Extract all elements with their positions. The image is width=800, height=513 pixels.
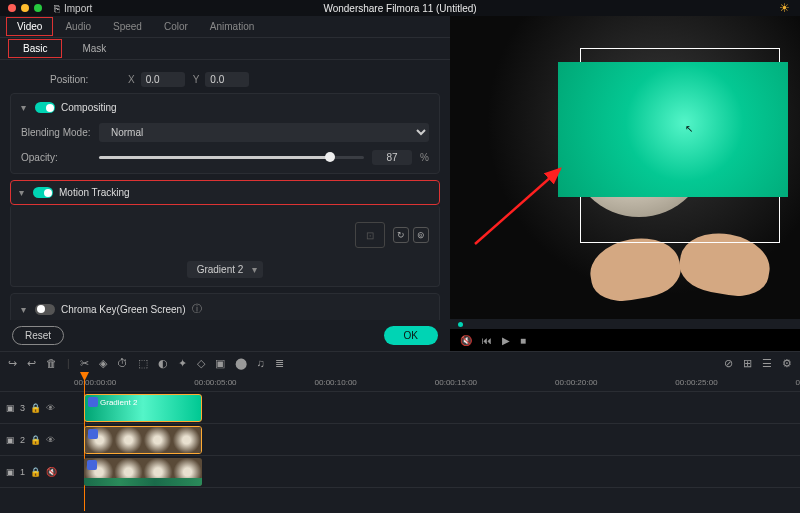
chevron-down-icon[interactable]: ▾ xyxy=(19,187,27,198)
app-title: Wondershare Filmora 11 (Untitled) xyxy=(323,3,476,14)
track-number: 2 xyxy=(20,435,25,445)
motion-tracking-toggle[interactable] xyxy=(33,187,53,198)
minimize-window-icon[interactable] xyxy=(21,4,29,12)
audio-icon[interactable]: ♫ xyxy=(257,357,265,369)
opacity-label: Opacity: xyxy=(21,152,91,163)
preview-viewport[interactable]: ↖ xyxy=(450,16,800,319)
info-icon[interactable]: ⓘ xyxy=(192,302,202,316)
track-target-box[interactable]: ⊡ xyxy=(355,222,385,248)
lock-icon[interactable]: 🔒 xyxy=(30,435,41,445)
y-label: Y xyxy=(193,74,200,85)
track-size-icon[interactable]: ☰ xyxy=(762,357,772,370)
speed-icon[interactable]: ⏱ xyxy=(117,357,128,369)
compositing-section: ▾ Compositing Blending Mode: Normal Opac… xyxy=(10,93,440,174)
ruler-tick: 00:00:10:00 xyxy=(315,378,357,387)
timeline-panel: ↪ ↩ 🗑 | ✂ ◈ ⏱ ⬚ ◐ ✦ ◇ ▣ ⬤ ♫ ≣ ⊘ ⊞ ☰ ⚙ 00… xyxy=(0,351,800,513)
delete-icon[interactable]: 🗑 xyxy=(46,357,57,369)
subtab-mask[interactable]: Mask xyxy=(68,40,120,57)
preview-controls: 🔇 ⏮ ▶ ■ xyxy=(450,329,800,351)
gradient-overlay[interactable]: ↖ xyxy=(558,62,788,197)
chevron-down-icon[interactable]: ▾ xyxy=(21,102,29,113)
tracking-target-dropdown[interactable]: Gradient 2 xyxy=(187,261,264,278)
chroma-key-section: ▾ Chroma Key(Green Screen) ⓘ xyxy=(10,293,440,320)
clip-video[interactable] xyxy=(84,458,202,486)
blend-mode-select[interactable]: Normal xyxy=(99,123,429,142)
timeline-tracks: ▣ 3 🔒 👁 Gradient 2 ▣ 2 🔒 👁 xyxy=(0,392,800,513)
stop-button[interactable]: ■ xyxy=(520,335,526,346)
tab-video[interactable]: Video xyxy=(6,17,53,36)
chroma-key-title: Chroma Key(Green Screen) xyxy=(61,304,186,315)
color-icon[interactable]: ◐ xyxy=(158,357,168,370)
track-play-button[interactable]: ⊚ xyxy=(413,227,429,243)
preview-scrubber[interactable] xyxy=(450,319,800,329)
track-lane[interactable]: Gradient 2 xyxy=(74,392,800,423)
position-label: Position: xyxy=(50,74,120,85)
mute-icon[interactable]: 🔇 xyxy=(46,467,57,477)
mixer-icon[interactable]: ≣ xyxy=(275,357,284,370)
clip-type-icon xyxy=(88,429,98,439)
svg-line-1 xyxy=(475,169,560,244)
marker-icon[interactable]: ◈ xyxy=(99,357,107,370)
cut-icon[interactable]: ✂ xyxy=(80,357,89,370)
record-icon[interactable]: ⬤ xyxy=(235,357,247,370)
compositing-toggle[interactable] xyxy=(35,102,55,113)
ruler-tick: 00:00:20:00 xyxy=(555,378,597,387)
opacity-value-input[interactable] xyxy=(372,150,412,165)
clip-gradient[interactable]: Gradient 2 xyxy=(84,394,202,422)
opacity-unit: % xyxy=(420,152,429,163)
track-type-icon: ▣ xyxy=(6,435,15,445)
volume-icon[interactable]: 🔇 xyxy=(460,335,472,346)
position-x-input[interactable] xyxy=(141,72,185,87)
chroma-key-toggle[interactable] xyxy=(35,304,55,315)
ruler-tick: 00:00:25:00 xyxy=(675,378,717,387)
track-row: ▣ 1 🔒 🔇 xyxy=(0,456,800,488)
motion-tracking-title: Motion Tracking xyxy=(59,187,130,198)
theme-icon[interactable]: ☀ xyxy=(779,1,790,15)
subtab-basic[interactable]: Basic xyxy=(8,39,62,58)
reset-button[interactable]: Reset xyxy=(12,326,64,345)
zoom-fit-icon[interactable]: ⊘ xyxy=(724,357,733,370)
maximize-window-icon[interactable] xyxy=(34,4,42,12)
lock-icon[interactable]: 🔒 xyxy=(30,403,41,413)
import-button[interactable]: ⎘ Import xyxy=(54,3,92,14)
prev-frame-button[interactable]: ⏮ xyxy=(482,335,492,346)
import-label: Import xyxy=(64,3,92,14)
position-y-input[interactable] xyxy=(205,72,249,87)
timeline-ruler[interactable]: 00:00:00:00 00:00:05:00 00:00:10:00 00:0… xyxy=(0,374,800,392)
clip-video[interactable] xyxy=(84,426,202,454)
track-lane[interactable] xyxy=(74,456,800,487)
audio-waveform xyxy=(84,478,202,486)
ok-button[interactable]: OK xyxy=(384,326,438,345)
inspector-panel: Video Audio Speed Color Animation Basic … xyxy=(0,16,450,351)
secondary-tabs: Basic Mask xyxy=(0,38,450,60)
track-reset-button[interactable]: ↻ xyxy=(393,227,409,243)
tab-audio[interactable]: Audio xyxy=(55,18,101,35)
play-button[interactable]: ▶ xyxy=(502,335,510,346)
undo-icon[interactable]: ↩ xyxy=(27,357,36,370)
x-label: X xyxy=(128,74,135,85)
render-icon[interactable]: ▣ xyxy=(215,357,225,370)
settings-icon[interactable]: ⚙ xyxy=(782,357,792,370)
redo-icon[interactable]: ↪ xyxy=(8,357,17,370)
tab-animation[interactable]: Animation xyxy=(200,18,264,35)
clip-label: Gradient 2 xyxy=(100,398,137,407)
track-lane[interactable] xyxy=(74,424,800,455)
effects-icon[interactable]: ✦ xyxy=(178,357,187,370)
track-type-icon: ▣ xyxy=(6,403,15,413)
snap-icon[interactable]: ⊞ xyxy=(743,357,752,370)
keyframe-icon[interactable]: ◇ xyxy=(197,357,205,370)
track-number: 1 xyxy=(20,467,25,477)
blend-mode-label: Blending Mode: xyxy=(21,127,91,138)
compositing-title: Compositing xyxy=(61,102,117,113)
tab-speed[interactable]: Speed xyxy=(103,18,152,35)
window-controls xyxy=(8,4,42,12)
tab-color[interactable]: Color xyxy=(154,18,198,35)
visibility-icon[interactable]: 👁 xyxy=(46,403,55,413)
lock-icon[interactable]: 🔒 xyxy=(30,467,41,477)
crop-icon[interactable]: ⬚ xyxy=(138,357,148,370)
ruler-tick: 00:00:05:00 xyxy=(194,378,236,387)
visibility-icon[interactable]: 👁 xyxy=(46,435,55,445)
chevron-right-icon[interactable]: ▾ xyxy=(21,304,29,315)
close-window-icon[interactable] xyxy=(8,4,16,12)
opacity-slider[interactable] xyxy=(99,156,364,159)
